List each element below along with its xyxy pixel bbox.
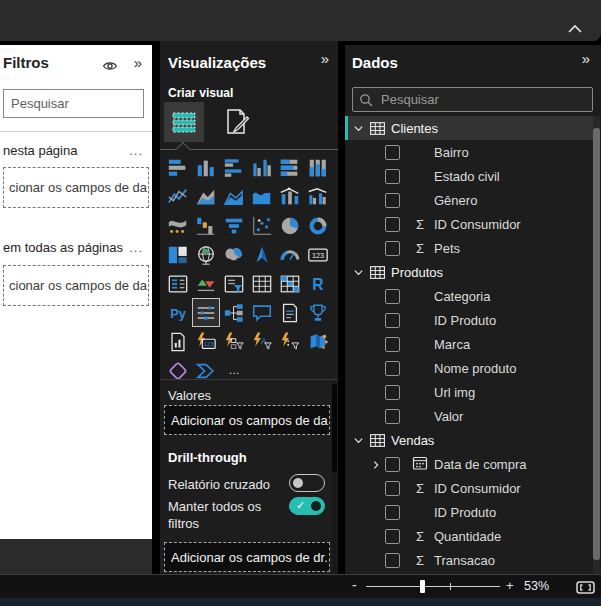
scatter-chart-icon[interactable] xyxy=(248,211,276,240)
scrollbar-thumb[interactable] xyxy=(593,128,600,560)
field-nome-produto[interactable]: Nome produto xyxy=(345,356,593,380)
map-icon[interactable] xyxy=(192,240,220,269)
field-marca[interactable]: Marca xyxy=(345,332,593,356)
line-and-clustered-column-chart-icon[interactable] xyxy=(304,182,332,211)
visualizations-scrollbar[interactable] xyxy=(332,381,337,574)
chevron-down-icon[interactable] xyxy=(353,123,364,134)
cross-report-toggle[interactable] xyxy=(289,474,325,492)
field-quantidade[interactable]: ΣQuantidade xyxy=(345,524,593,548)
ribbon-chart-icon[interactable] xyxy=(164,211,192,240)
field-checkbox[interactable] xyxy=(385,145,400,160)
table-vendas[interactable]: Vendas xyxy=(345,428,593,452)
field-id-produto[interactable]: ID Produto xyxy=(345,308,593,332)
zoom-out-button[interactable]: - xyxy=(352,577,357,593)
chevron-down-icon[interactable] xyxy=(353,267,364,278)
field-checkbox[interactable] xyxy=(385,505,400,520)
eye-icon[interactable] xyxy=(102,59,118,77)
smart-narrative-icon[interactable] xyxy=(276,298,304,327)
filters-on-page-dropzone[interactable]: cionar os campos de da... xyxy=(3,167,149,208)
100-stacked-bar-chart-icon[interactable] xyxy=(276,153,304,182)
chevron-down-icon[interactable] xyxy=(353,435,364,446)
field-url-img[interactable]: Url img xyxy=(345,380,593,404)
stacked-column-chart-icon[interactable] xyxy=(192,153,220,182)
table-icon[interactable] xyxy=(248,269,276,298)
slicer-icon[interactable] xyxy=(220,269,248,298)
paginated-report-icon[interactable] xyxy=(164,327,192,356)
field-valor[interactable]: Valor xyxy=(345,404,593,428)
filled-map-icon[interactable] xyxy=(220,240,248,269)
multi-row-card-icon[interactable] xyxy=(164,269,192,298)
line-chart-icon[interactable] xyxy=(164,182,192,211)
stacked-bar-chart-icon[interactable] xyxy=(164,153,192,182)
chevron-right-icon[interactable] xyxy=(371,458,381,473)
power-automate-icon[interactable] xyxy=(192,356,220,385)
field-id-consumidor[interactable]: ΣID Consumidor xyxy=(345,212,593,236)
card-new-icon[interactable]: 123 xyxy=(192,327,220,356)
stacked-area-chart-icon[interactable] xyxy=(220,182,248,211)
scrollbar-thumb[interactable] xyxy=(332,384,337,472)
data-search-box[interactable] xyxy=(352,87,593,112)
card-icon[interactable]: 123 xyxy=(304,240,332,269)
100-stacked-column-chart-icon[interactable] xyxy=(304,153,332,182)
field-id-produto[interactable]: ID Produto xyxy=(345,500,593,524)
field-checkbox[interactable] xyxy=(385,457,400,472)
treemap-chart-icon[interactable] xyxy=(164,240,192,269)
field-checkbox[interactable] xyxy=(385,313,400,328)
line-and-stacked-column-chart-icon[interactable] xyxy=(276,182,304,211)
field-transacao[interactable]: ΣTransacao xyxy=(345,548,593,572)
area-chart-icon[interactable] xyxy=(192,182,220,211)
azure-map-icon[interactable] xyxy=(248,240,276,269)
field-checkbox[interactable] xyxy=(385,409,400,424)
field-estado-civil[interactable]: Estado civil xyxy=(345,164,593,188)
donut-chart-icon[interactable] xyxy=(304,211,332,240)
r-script-visual-icon[interactable]: R xyxy=(304,269,332,298)
arcgis-map-icon[interactable] xyxy=(304,327,332,356)
tab-build-visual[interactable] xyxy=(164,102,204,142)
filters-all-pages-dropzone[interactable]: cionar os campos de da... xyxy=(3,265,149,306)
section-menu-dots[interactable]: ... xyxy=(129,143,143,158)
values-dropzone[interactable]: Adicionar os campos de da... xyxy=(164,405,330,435)
chevron-up-icon[interactable] xyxy=(567,20,583,30)
clustered-column-chart-icon[interactable] xyxy=(248,153,276,182)
q-and-a-icon[interactable] xyxy=(248,298,276,327)
field-checkbox[interactable] xyxy=(385,241,400,256)
slicer-new-icon[interactable] xyxy=(220,327,248,356)
power-apps-icon[interactable] xyxy=(164,356,192,385)
fit-to-page-button[interactable] xyxy=(576,580,595,598)
field-checkbox[interactable] xyxy=(385,529,400,544)
collapse-data-pane-icon[interactable]: » xyxy=(582,50,590,67)
gauge-icon[interactable] xyxy=(276,240,304,269)
field-categoria[interactable]: Categoria xyxy=(345,284,593,308)
collapse-visualizations-pane-icon[interactable]: » xyxy=(321,50,329,67)
field-id-consumidor[interactable]: ΣID Consumidor xyxy=(345,476,593,500)
field-checkbox[interactable] xyxy=(385,193,400,208)
field-checkbox[interactable] xyxy=(385,385,400,400)
section-menu-dots[interactable]: ... xyxy=(129,240,143,255)
100-stacked-area-chart-icon[interactable] xyxy=(248,182,276,211)
field-data-de-compra[interactable]: Data de compra xyxy=(345,452,593,476)
tab-format-visual[interactable] xyxy=(216,102,256,142)
collapse-filters-pane-icon[interactable]: » xyxy=(134,54,142,71)
data-search-input[interactable] xyxy=(379,91,573,108)
key-influencers-icon[interactable] xyxy=(192,298,220,327)
table-clientes[interactable]: Clientes xyxy=(345,116,593,140)
field-checkbox[interactable] xyxy=(385,217,400,232)
field-gênero[interactable]: Gênero xyxy=(345,188,593,212)
field-checkbox[interactable] xyxy=(385,289,400,304)
pie-chart-icon[interactable] xyxy=(276,211,304,240)
clustered-bar-chart-icon[interactable] xyxy=(220,153,248,182)
funnel-chart-icon[interactable] xyxy=(220,211,248,240)
filters-search-input[interactable] xyxy=(3,89,144,118)
python-visual-icon[interactable]: Py xyxy=(164,298,192,327)
field-checkbox[interactable] xyxy=(385,337,400,352)
field-checkbox[interactable] xyxy=(385,361,400,376)
zoom-slider-track[interactable] xyxy=(366,586,500,587)
field-bairro[interactable]: Bairro xyxy=(345,140,593,164)
keep-all-filters-toggle[interactable]: ✓ xyxy=(289,497,325,515)
data-scrollbar[interactable] xyxy=(593,116,600,574)
kpi-icon[interactable] xyxy=(192,269,220,298)
field-checkbox[interactable] xyxy=(385,169,400,184)
waterfall-chart-icon[interactable] xyxy=(192,211,220,240)
field-pets[interactable]: ΣPets xyxy=(345,236,593,260)
decomposition-tree-icon[interactable] xyxy=(220,298,248,327)
